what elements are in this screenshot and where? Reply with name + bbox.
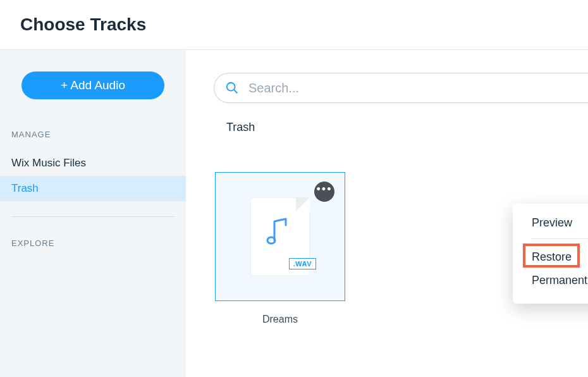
breadcrumb: Trash [226,121,588,134]
music-note-icon [266,215,291,247]
search-wrap [214,73,588,103]
track-tile[interactable]: .WAV ••• [215,172,345,301]
search-input[interactable] [214,73,588,103]
menu-item-label: Restore [532,250,572,264]
menu-item-preview[interactable]: Preview Space [524,216,588,235]
menu-item-permanently-delete[interactable]: Permanently Delete [524,269,588,292]
header: Choose Tracks [0,0,588,50]
main-area: Trash .WAV ••• Dreams Preview Space [186,50,588,377]
svg-line-1 [234,90,237,93]
section-label-explore: EXPLORE [0,238,186,259]
sidebar: + Add Audio MANAGE Wix Music Files Trash… [0,50,186,377]
menu-item-label: Permanently Delete [532,274,588,287]
context-menu: Preview Space Restore Permanently Delete [513,204,588,304]
file-icon: .WAV [250,197,310,276]
sidebar-item-trash[interactable]: Trash [0,176,186,201]
menu-item-restore[interactable]: Restore [524,245,588,269]
section-label-manage: MANAGE [0,130,186,151]
menu-item-label: Preview [532,216,572,230]
file-extension-badge: .WAV [289,258,316,269]
track-title: Dreams [262,314,298,325]
add-audio-button[interactable]: + Add Audio [21,71,164,99]
search-icon [225,81,239,95]
more-options-button[interactable]: ••• [314,182,334,202]
menu-separator [532,238,588,239]
sidebar-item-wix-music-files[interactable]: Wix Music Files [0,151,186,176]
svg-point-0 [227,83,235,91]
page-title: Choose Tracks [20,15,146,35]
sidebar-divider [11,216,175,217]
